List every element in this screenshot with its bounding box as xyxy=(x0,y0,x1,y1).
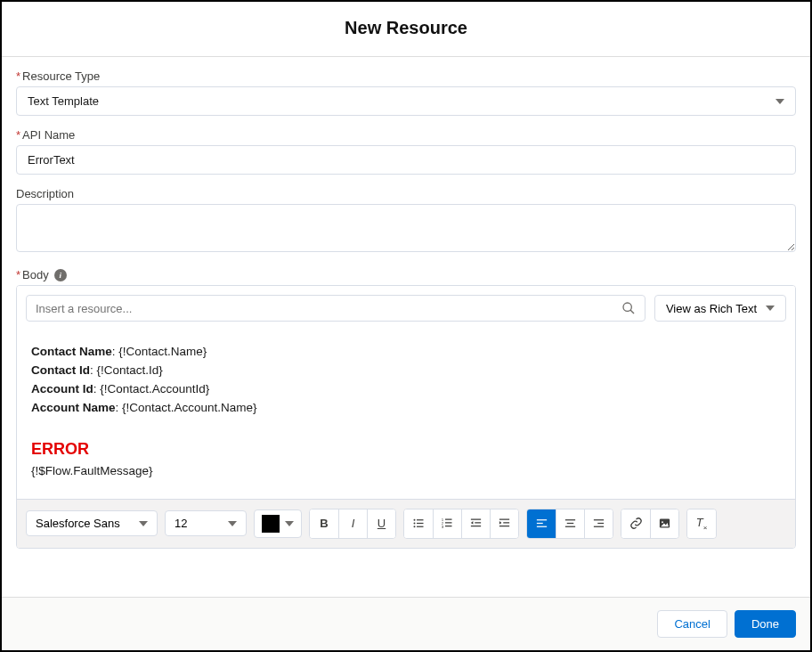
align-center-icon xyxy=(564,517,577,530)
chevron-down-icon xyxy=(285,521,294,526)
error-heading: ERROR xyxy=(31,437,781,462)
link-icon xyxy=(629,517,643,530)
svg-rect-13 xyxy=(445,526,452,526)
chevron-down-icon xyxy=(228,521,237,526)
resource-type-field: *Resource Type Text Template xyxy=(16,69,796,116)
image-icon xyxy=(658,517,671,530)
svg-rect-14 xyxy=(471,519,481,520)
svg-rect-23 xyxy=(536,523,542,524)
svg-rect-25 xyxy=(565,519,575,520)
chevron-down-icon xyxy=(139,521,148,526)
outdent-button[interactable] xyxy=(461,509,490,538)
color-swatch xyxy=(262,515,280,533)
bulleted-list-button[interactable] xyxy=(404,509,433,538)
svg-rect-30 xyxy=(594,526,604,527)
text-style-group: B I U xyxy=(309,509,396,539)
bold-icon: B xyxy=(320,517,328,530)
image-button[interactable] xyxy=(650,509,678,538)
svg-rect-11 xyxy=(445,522,452,523)
editor-toolbar: Salesforce Sans 12 B I U xyxy=(17,499,795,548)
align-right-button[interactable] xyxy=(584,509,613,538)
underline-icon: U xyxy=(378,517,386,530)
clear-format-button[interactable]: T× xyxy=(687,509,716,538)
svg-marker-20 xyxy=(499,521,502,525)
align-left-icon xyxy=(535,517,548,530)
info-icon[interactable]: i xyxy=(54,269,67,281)
underline-button[interactable]: U xyxy=(367,509,395,538)
outdent-icon xyxy=(469,517,483,530)
font-family-select[interactable]: Salesforce Sans xyxy=(26,510,158,536)
italic-icon: I xyxy=(352,517,355,530)
svg-rect-19 xyxy=(503,522,509,523)
error-body: {!$Flow.FaultMessage} xyxy=(31,462,781,481)
svg-rect-22 xyxy=(536,519,546,520)
svg-rect-15 xyxy=(475,522,481,523)
numbered-list-icon: 123 xyxy=(441,517,454,530)
bold-button[interactable]: B xyxy=(310,509,338,538)
svg-point-2 xyxy=(413,519,415,521)
resource-type-select[interactable]: Text Template xyxy=(16,86,796,116)
svg-point-0 xyxy=(623,303,631,311)
insert-group xyxy=(621,509,679,539)
list-indent-group: 123 xyxy=(403,509,519,539)
rich-text-area[interactable]: Contact Name: {!Contact.Name} Contact Id… xyxy=(17,330,795,499)
svg-rect-24 xyxy=(536,526,546,527)
svg-rect-27 xyxy=(565,526,575,527)
description-field: Description xyxy=(16,187,796,256)
bulleted-list-icon xyxy=(412,517,426,530)
svg-point-4 xyxy=(413,523,415,525)
link-button[interactable] xyxy=(621,509,650,538)
api-name-input[interactable] xyxy=(16,145,796,175)
svg-rect-17 xyxy=(471,526,481,526)
align-left-button[interactable] xyxy=(527,509,556,538)
svg-line-1 xyxy=(630,310,634,314)
svg-rect-3 xyxy=(417,519,424,520)
chevron-down-icon xyxy=(766,306,775,311)
resource-search-input[interactable] xyxy=(36,302,621,315)
modal-body: *Resource Type Text Template *API Name D… xyxy=(2,57,810,597)
cancel-button[interactable]: Cancel xyxy=(657,610,727,638)
description-label: Description xyxy=(16,187,796,200)
font-size-select[interactable]: 12 xyxy=(165,510,247,536)
svg-text:3: 3 xyxy=(442,525,444,529)
api-name-field: *API Name xyxy=(16,128,796,175)
body-field: *Body i View as Rich Text Contact Name: … xyxy=(16,268,796,549)
indent-icon xyxy=(498,517,511,530)
search-icon xyxy=(621,301,636,315)
svg-point-32 xyxy=(662,521,663,523)
svg-rect-7 xyxy=(417,526,424,527)
numbered-list-button[interactable]: 123 xyxy=(433,509,461,538)
resource-search[interactable] xyxy=(26,295,646,322)
text-color-picker[interactable] xyxy=(254,509,302,538)
resource-type-label: *Resource Type xyxy=(16,69,796,83)
modal-title: New Resource xyxy=(2,2,810,57)
svg-rect-28 xyxy=(594,519,604,520)
resource-type-value: Text Template xyxy=(28,94,99,108)
svg-rect-26 xyxy=(567,523,574,524)
done-button[interactable]: Done xyxy=(735,610,796,638)
api-name-label: *API Name xyxy=(16,128,796,142)
svg-rect-5 xyxy=(417,523,424,524)
svg-marker-16 xyxy=(471,521,474,525)
svg-point-6 xyxy=(413,526,415,527)
clear-format-icon: T× xyxy=(696,516,708,532)
body-label: *Body i xyxy=(16,268,796,281)
clear-group: T× xyxy=(686,509,717,539)
indent-button[interactable] xyxy=(490,509,518,538)
new-resource-modal: New Resource *Resource Type Text Templat… xyxy=(0,0,812,652)
align-center-button[interactable] xyxy=(556,509,584,538)
editor-top-row: View as Rich Text xyxy=(17,286,795,330)
chevron-down-icon xyxy=(775,99,784,104)
view-mode-value: View as Rich Text xyxy=(666,302,757,315)
svg-rect-9 xyxy=(445,519,452,520)
align-right-icon xyxy=(592,517,605,530)
modal-footer: Cancel Done xyxy=(2,597,810,650)
svg-rect-29 xyxy=(597,523,604,524)
italic-button[interactable]: I xyxy=(338,509,367,538)
view-mode-select[interactable]: View as Rich Text xyxy=(654,295,786,322)
description-textarea[interactable] xyxy=(16,204,796,252)
svg-rect-21 xyxy=(499,526,509,526)
body-editor: View as Rich Text Contact Name: {!Contac… xyxy=(16,285,796,549)
align-group xyxy=(526,509,613,539)
svg-rect-18 xyxy=(499,519,509,520)
